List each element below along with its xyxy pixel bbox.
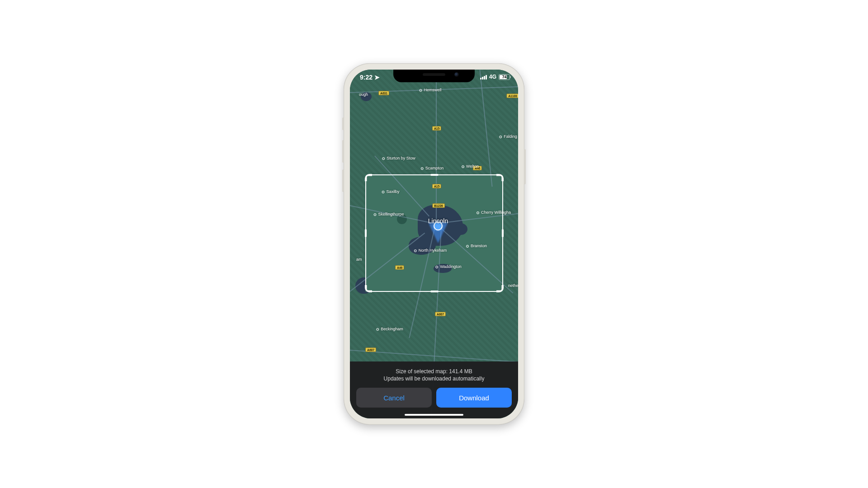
phone-screen: 9:22 ➤ 4G 74 (350, 70, 518, 418)
map-place-label: nether (508, 283, 518, 288)
volume-up-button (342, 140, 344, 163)
selection-handle-bottom[interactable] (430, 291, 439, 292)
road-shield: A607 (365, 347, 376, 352)
network-type: 4G (489, 74, 496, 80)
road-shield: A15 (432, 126, 441, 131)
cancel-button[interactable]: Cancel (356, 388, 432, 408)
selection-handle-left[interactable] (365, 229, 367, 237)
battery-percent: 74 (499, 75, 509, 80)
selection-handle-right[interactable] (502, 229, 504, 237)
map-size-text: Size of selected map: 141.4 MB (356, 368, 512, 375)
map-place-label: Falding (499, 134, 517, 139)
road-shield: A631 (378, 91, 389, 95)
download-sheet: Size of selected map: 141.4 MB Updates w… (350, 361, 518, 418)
location-services-icon: ➤ (374, 74, 380, 81)
download-selection-frame[interactable] (365, 174, 503, 292)
home-indicator[interactable] (405, 414, 463, 416)
map-place-label: Beckingham (376, 327, 403, 331)
battery-icon: 74 (499, 74, 510, 80)
mute-switch (342, 117, 344, 130)
download-button[interactable]: Download (436, 388, 512, 408)
map-place-label: am (356, 257, 362, 262)
selection-handle-top[interactable] (430, 174, 439, 176)
power-button (524, 149, 526, 184)
download-info-text: Size of selected map: 141.4 MB Updates w… (356, 368, 512, 382)
auto-update-text: Updates will be downloaded automatically (356, 375, 512, 382)
map-place-label: ough (359, 92, 368, 97)
phone-frame: 9:22 ➤ 4G 74 (344, 63, 524, 425)
map-place-label: Welton (462, 164, 479, 169)
map-place-label: Sturton by Stow (382, 156, 415, 160)
volume-down-button (342, 169, 344, 192)
road-shield: A607 (435, 312, 446, 316)
phone-notch (393, 70, 475, 82)
selection-handle-tl[interactable] (365, 174, 372, 181)
map-place-label: Scampton (421, 166, 444, 170)
road-shield: A1103 (506, 94, 518, 98)
status-time: 9:22 (360, 74, 373, 81)
cellular-signal-icon (480, 75, 487, 80)
map-place-label: Hemswell (419, 88, 441, 92)
